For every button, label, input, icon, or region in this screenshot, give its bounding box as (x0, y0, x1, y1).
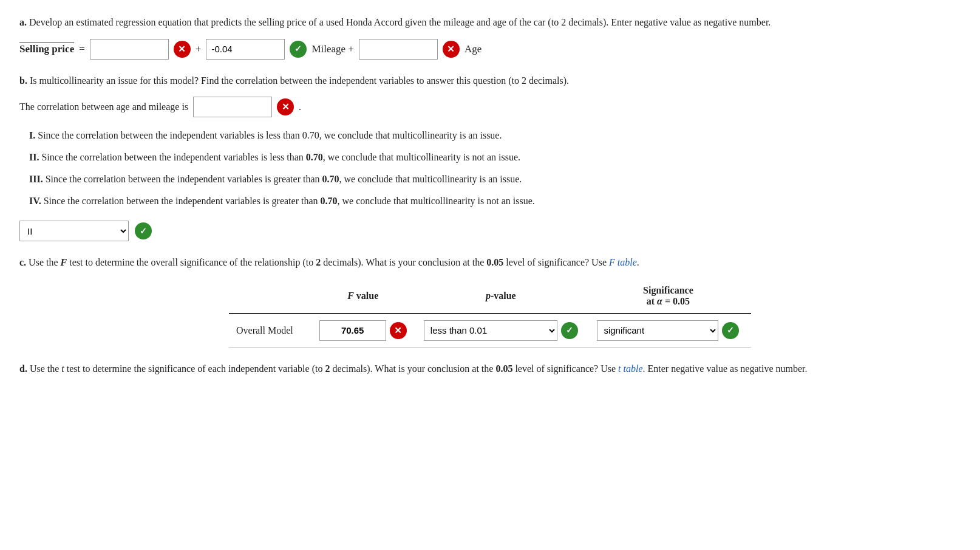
table-col-pvalue: p-value (417, 281, 585, 313)
corr-period: . (299, 101, 301, 112)
plus-sign-1: + (196, 43, 202, 55)
table-col-empty (229, 281, 310, 313)
answer-dropdown-row: I II III IV ✓ (19, 221, 961, 241)
option-III: III. Since the correlation between the i… (29, 170, 961, 189)
option-I: I. Since the correlation between the ind… (29, 126, 961, 145)
equation-row: Selling price = ✕ + ✓ Mileage + ✕ Age (19, 39, 961, 60)
part-b-section: b. Is multicollinearity an issue for thi… (19, 73, 961, 242)
table-col-significance: Significance at α = 0.05 (585, 281, 751, 313)
option-II: II. Since the correlation between the in… (29, 148, 961, 167)
coefficient-intercept-input[interactable] (90, 39, 169, 60)
part-a-text: a. Develop an estimated regression equat… (19, 15, 961, 30)
equals-sign: = (79, 43, 85, 55)
mileage-label: Mileage + (311, 43, 354, 55)
age-x-icon[interactable]: ✕ (443, 41, 460, 58)
part-b-text: b. Is multicollinearity an issue for thi… (19, 73, 961, 89)
pvalue-dropdown[interactable]: less than 0.01 0.01 to 0.05 greater than… (424, 320, 557, 341)
row-label-overall: Overall Model (229, 314, 310, 348)
answer-dropdown[interactable]: I II III IV (19, 221, 129, 241)
correlation-row: The correlation between age and mileage … (19, 97, 961, 117)
f-table-link[interactable]: F table (609, 257, 637, 267)
t-table-link[interactable]: t table (618, 363, 642, 374)
significance-table: F value p-value Significance at α = 0.05… (229, 281, 751, 348)
fvalue-input[interactable] (319, 320, 386, 341)
part-d-text: d. Use the t test to determine the signi… (19, 361, 961, 377)
fvalue-x-icon[interactable]: ✕ (390, 322, 407, 339)
corr-label: The correlation between age and mileage … (19, 101, 188, 112)
corr-x-icon[interactable]: ✕ (277, 98, 294, 115)
age-label: Age (464, 43, 481, 55)
options-list: I. Since the correlation between the ind… (29, 126, 961, 211)
option-IV: IV. Since the correlation between the in… (29, 191, 961, 211)
overall-model-row: Overall Model ✕ less than 0.01 0.01 to 0… (229, 314, 751, 348)
pvalue-check-icon[interactable]: ✓ (561, 322, 578, 339)
table-col-fvalue: F value (310, 281, 417, 313)
row-sig-cell: significant not significant ✓ (585, 314, 751, 348)
part-c-text: c. Use the F test to determine the overa… (19, 255, 961, 270)
intercept-x-icon[interactable]: ✕ (174, 41, 191, 58)
answer-check-icon[interactable]: ✓ (135, 222, 152, 239)
mileage-check-icon[interactable]: ✓ (290, 41, 307, 58)
selling-price-label: Selling price (19, 43, 74, 55)
part-a-section: a. Develop an estimated regression equat… (19, 15, 961, 60)
sig-check-icon[interactable]: ✓ (722, 322, 739, 339)
row-fvalue-cell: ✕ (310, 314, 417, 348)
part-d-section: d. Use the t test to determine the signi… (19, 361, 961, 377)
coefficient-mileage-input[interactable] (206, 39, 285, 60)
significance-dropdown[interactable]: significant not significant (597, 320, 718, 341)
coefficient-age-input[interactable] (359, 39, 438, 60)
correlation-input[interactable] (193, 97, 272, 117)
part-c-section: c. Use the F test to determine the overa… (19, 255, 961, 348)
row-pvalue-cell: less than 0.01 0.01 to 0.05 greater than… (417, 314, 585, 348)
